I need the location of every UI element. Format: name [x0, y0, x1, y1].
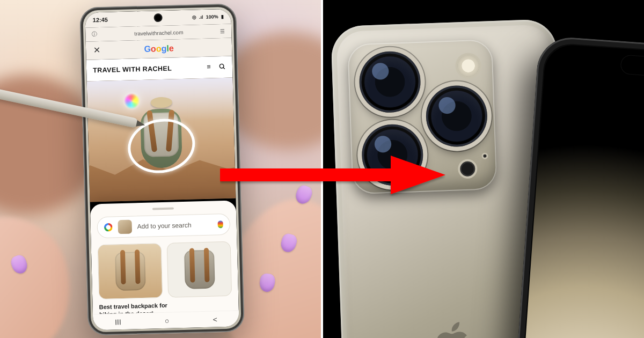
reader-icon[interactable]: ☰ [220, 28, 225, 34]
mic-hole [483, 155, 486, 158]
site-title: TRAVEL WITH RACHEL [93, 64, 172, 74]
apple-logo-icon [437, 321, 471, 338]
android-screen: 12:45 ◎ .ıl 100% ▮ ⓘ travelwithrachel.co… [85, 9, 239, 330]
camera-lens [361, 123, 424, 187]
url-domain: travelwithrachel.com [101, 28, 216, 38]
battery-icon: ▮ [221, 14, 223, 19]
battery-text: 100% [206, 14, 218, 20]
android-nav-bar: III ○ < [93, 310, 239, 330]
google-logo: Google [144, 43, 174, 54]
signal-icon: .ıl [199, 14, 203, 20]
search-field[interactable]: Add to your search [97, 214, 230, 238]
lidar-sensor [460, 161, 475, 177]
svg-point-0 [219, 64, 224, 68]
status-icons: ◎ .ıl 100% ▮ [192, 14, 224, 20]
camera-lens [425, 84, 488, 148]
flash-icon [457, 55, 479, 77]
result-cards [98, 241, 232, 299]
iphone-wallpaper [521, 43, 644, 338]
result-card[interactable] [167, 241, 232, 298]
camera-lens [358, 50, 422, 114]
svg-line-1 [223, 67, 225, 69]
status-time: 12:45 [93, 17, 108, 24]
hamburger-icon[interactable]: ≡ [207, 63, 211, 72]
mic-icon[interactable] [218, 221, 223, 228]
site-info-icon[interactable]: ⓘ [92, 31, 97, 38]
article-hero-image [87, 77, 236, 202]
image-chip[interactable] [118, 220, 132, 234]
right-panel [323, 0, 644, 338]
android-phone: 12:45 ◎ .ıl 100% ▮ ⓘ travelwithrachel.co… [79, 3, 245, 335]
back-button[interactable]: < [213, 315, 217, 324]
nfc-icon: ◎ [192, 14, 196, 20]
hand-left [0, 204, 85, 338]
google-g-icon [104, 223, 113, 231]
google-overlay-bar: ✕ Google [86, 38, 232, 60]
sheet-drag-handle[interactable] [152, 207, 174, 210]
search-placeholder: Add to your search [137, 221, 213, 231]
result-card[interactable] [98, 243, 163, 299]
recents-button[interactable]: III [115, 318, 121, 326]
search-icon[interactable] [218, 62, 226, 71]
home-button[interactable]: ○ [165, 316, 170, 325]
left-panel: 12:45 ◎ .ıl 100% ▮ ⓘ travelwithrachel.co… [0, 0, 321, 338]
close-icon[interactable]: ✕ [93, 45, 100, 55]
camera-module [347, 39, 497, 194]
